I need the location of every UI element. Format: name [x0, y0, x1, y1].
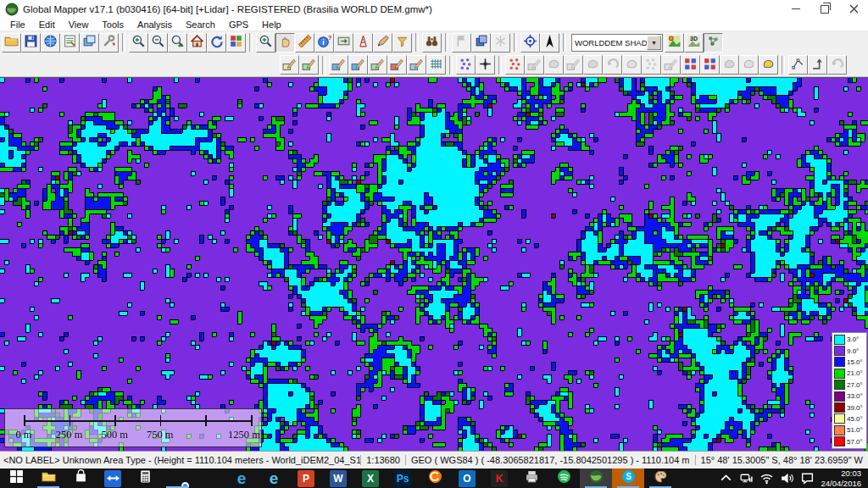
wifi-icon[interactable] [756, 471, 776, 485]
open-file-button[interactable] [2, 33, 21, 53]
file-explorer[interactable] [32, 469, 64, 488]
path-profile-tool-button[interactable] [353, 33, 373, 53]
combine-features-button[interactable] [739, 55, 759, 75]
calculator[interactable] [129, 469, 161, 488]
create-rectangle-button[interactable] [368, 55, 387, 75]
corner-snap-tool-button[interactable] [808, 55, 827, 75]
create-circle-button[interactable] [407, 55, 426, 75]
excel[interactable]: X [354, 469, 387, 488]
merge-areas-button[interactable] [720, 55, 739, 75]
shader-dropdown[interactable]: WORLDDEM SHADER▼ [571, 34, 663, 52]
skype[interactable]: S [612, 469, 644, 488]
outlook[interactable]: O [451, 469, 483, 488]
map-canvas[interactable] [0, 78, 868, 451]
terrain-icon [667, 34, 682, 51]
orange-swirl-app[interactable] [419, 469, 451, 488]
create-line-feature-button[interactable] [299, 55, 319, 75]
create-point-series-button[interactable] [456, 55, 476, 75]
fax-printer[interactable] [515, 469, 548, 488]
lidar-module-button[interactable] [491, 33, 510, 53]
close-button[interactable] [839, 0, 868, 18]
zoom-out-button[interactable] [148, 33, 168, 53]
digitizer-tool-button[interactable] [373, 33, 392, 53]
image-swipe-tool-button[interactable] [334, 33, 353, 53]
create-regular-grid-button[interactable] [681, 55, 700, 75]
teamviewer[interactable] [97, 469, 129, 488]
create-line-with-distance-button[interactable] [329, 55, 348, 75]
measure-tool-button[interactable] [295, 33, 314, 53]
view-3d-scene-button[interactable]: 3D [684, 33, 704, 53]
kaspersky[interactable]: K [483, 469, 515, 488]
photoshop[interactable]: Ps [387, 469, 419, 488]
menu-view[interactable]: View [62, 19, 96, 30]
windows-store[interactable] [64, 469, 97, 488]
create-spline-button[interactable] [348, 55, 368, 75]
menu-gps[interactable]: GPS [222, 19, 255, 30]
copy-feature-button[interactable] [661, 55, 681, 75]
start-button[interactable] [0, 469, 32, 488]
select-by-attribute-button[interactable] [642, 55, 661, 75]
create-range-rings-button[interactable] [505, 55, 525, 75]
cut-feature-button[interactable] [564, 55, 583, 75]
vertex-edit-tool-button[interactable] [788, 55, 808, 75]
menu-edit[interactable]: Edit [32, 19, 62, 30]
map-view[interactable]: 0 m250 m500 m750 m1250 m 3.0°9.0°15.0°21… [0, 77, 868, 451]
redraw-button[interactable] [207, 33, 226, 53]
view-3d-button[interactable] [471, 33, 491, 53]
crop-feature-button[interactable] [583, 55, 603, 75]
global-mapper[interactable] [580, 469, 612, 488]
menu-file[interactable]: File [3, 19, 32, 30]
download-online-data-button[interactable] [41, 33, 60, 53]
resample-grid-button[interactable] [700, 55, 720, 75]
tile-windows-button[interactable] [226, 33, 246, 53]
spotify[interactable] [548, 469, 580, 488]
menu-help[interactable]: Help [255, 19, 288, 30]
create-grid-button[interactable] [426, 55, 446, 75]
hill-shading-toggle-button[interactable] [665, 33, 684, 53]
zoom-tool-button[interactable] [256, 33, 275, 53]
chevron-down-icon[interactable]: ▼ [647, 36, 661, 50]
chevron-up-icon[interactable] [715, 471, 736, 485]
map-catalog-button[interactable] [60, 33, 80, 53]
create-point-at-coordinate-button[interactable] [476, 55, 495, 75]
move-feature-button[interactable] [544, 55, 564, 75]
action-center-icon[interactable] [797, 471, 817, 485]
configuration-button[interactable] [99, 33, 119, 53]
minimize-button[interactable] [782, 0, 810, 18]
snap-feature-button[interactable] [603, 55, 622, 75]
create-area-feature-button[interactable] [280, 55, 299, 75]
pan-tool-button[interactable] [275, 33, 295, 53]
undo-digitizer-button[interactable] [827, 55, 847, 75]
internet-explorer[interactable]: e [258, 469, 290, 488]
volume-icon[interactable] [776, 471, 797, 485]
buffer-tool-button[interactable] [759, 55, 778, 75]
create-coordinate-feature-button[interactable] [387, 55, 407, 75]
placemark-tool-button[interactable] [452, 33, 471, 53]
restore-button[interactable] [810, 0, 839, 18]
powerpoint[interactable]: P [290, 469, 322, 488]
menu-tools[interactable]: Tools [95, 19, 131, 30]
zoom-to-location-button[interactable] [168, 33, 187, 53]
undo-icon [830, 57, 844, 74]
search-tool-button[interactable] [422, 33, 442, 53]
edit-feature-button[interactable] [525, 55, 544, 75]
menu-analysis[interactable]: Analysis [131, 19, 179, 30]
transform-feature-button[interactable] [622, 55, 642, 75]
firefox[interactable] [193, 469, 225, 488]
overlay-control-center-button[interactable] [80, 33, 99, 53]
network-icon[interactable] [736, 471, 756, 485]
feature-info-tool-button[interactable]: i? [314, 33, 334, 53]
save-workspace-button[interactable] [21, 33, 41, 53]
full-view-button[interactable] [187, 33, 207, 53]
render-3d-points-button[interactable] [704, 33, 723, 53]
menu-search[interactable]: Search [179, 19, 222, 30]
tray-clock[interactable]: 20:0324/04/2016 [817, 469, 868, 488]
north-arrow-button[interactable] [540, 33, 559, 53]
gps-tracking-button[interactable] [520, 33, 540, 53]
word[interactable]: W [322, 469, 354, 488]
paint[interactable] [644, 469, 676, 488]
chrome[interactable] [161, 469, 193, 488]
zoom-in-button[interactable] [129, 33, 148, 53]
view-shed-tool-button[interactable] [392, 33, 412, 53]
edge[interactable]: e [225, 469, 258, 488]
